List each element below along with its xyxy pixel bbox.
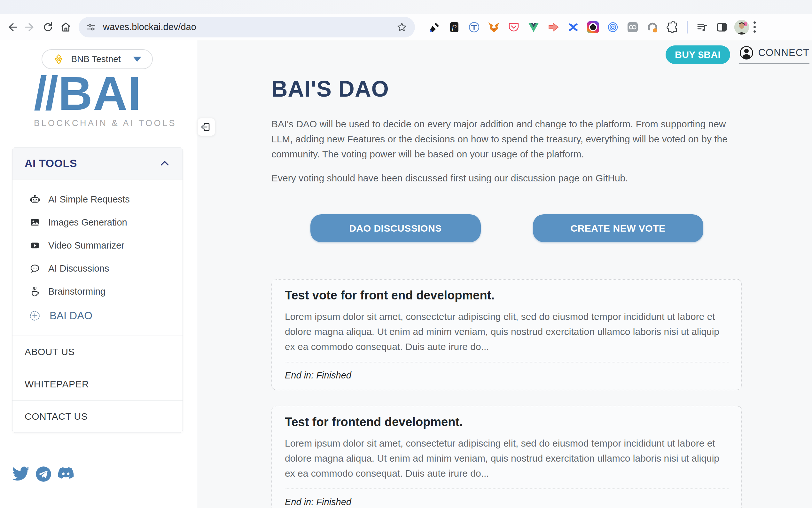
intro-paragraph-2: Every voting should have been discussed … xyxy=(272,170,739,185)
sidebar: BNB Testnet //BAI BLOCKCHAIN & AI TOOLS … xyxy=(0,40,197,508)
image-icon xyxy=(29,217,41,228)
vote-end-status: End in: Finished xyxy=(285,370,728,381)
nav-group-label: AI TOOLS xyxy=(25,157,159,170)
chevron-up-icon xyxy=(159,158,171,169)
vote-excerpt: Lorem ipsum dolor sit amet, consectetur … xyxy=(285,309,729,354)
vue-extension-icon[interactable] xyxy=(524,18,543,36)
sidebar-item-label: Video Summarizer xyxy=(48,240,124,251)
sidebar-item-video-summarizer[interactable]: Video Summarizer xyxy=(12,234,183,257)
circle-badge-extension-icon[interactable] xyxy=(464,18,484,36)
playlist-note-icon[interactable] xyxy=(692,18,712,36)
blue-rings-extension-icon[interactable] xyxy=(603,18,623,36)
vote-card[interactable]: Test vote for front end development. Lor… xyxy=(272,279,742,390)
swirl-orange-extension-icon[interactable] xyxy=(642,18,662,36)
nav-items: AI Simple Requests Images Generation Vid… xyxy=(12,179,183,336)
sidebar-collapse-button[interactable] xyxy=(198,118,215,136)
network-label: BNB Testnet xyxy=(71,54,121,64)
bnb-diamond-icon xyxy=(53,53,64,65)
network-selector[interactable]: BNB Testnet xyxy=(42,49,153,69)
sidebar-item-contact-us[interactable]: CONTACT US xyxy=(12,400,183,432)
back-arrow-icon xyxy=(6,21,18,33)
sidebar-item-about-us[interactable]: ABOUT US xyxy=(12,336,183,368)
twitter-icon[interactable] xyxy=(11,466,30,482)
card-divider xyxy=(285,362,728,363)
sidebar-item-label: AI Simple Requests xyxy=(48,194,130,205)
logo-slashes: // xyxy=(34,67,56,120)
reload-icon xyxy=(42,21,54,33)
collapse-arrow-icon xyxy=(200,121,212,133)
social-links xyxy=(11,466,75,482)
chain-link-extension-icon[interactable] xyxy=(623,18,642,36)
home-button[interactable] xyxy=(57,18,75,36)
page-title: BAI'S DAO xyxy=(272,76,741,102)
sidebar-item-ai-simple-requests[interactable]: AI Simple Requests xyxy=(12,188,183,211)
sidebar-item-images-generation[interactable]: Images Generation xyxy=(12,211,183,234)
browser-toolbar: waves.blockai.dev/dao f? xyxy=(0,14,812,40)
discord-icon[interactable] xyxy=(57,466,75,482)
extensions-row: f? xyxy=(425,18,760,36)
url-text[interactable]: waves.blockai.dev/dao xyxy=(103,22,396,32)
home-icon xyxy=(60,21,72,33)
intro-paragraph-1: BAI's DAO will be used to decide on ever… xyxy=(272,117,739,162)
profile-avatar[interactable] xyxy=(732,18,752,36)
tab-strip xyxy=(0,0,812,14)
coffee-cup-icon xyxy=(29,286,41,297)
sidebar-item-ai-discussions[interactable]: AI Discussions xyxy=(12,257,183,280)
card-divider xyxy=(285,489,728,489)
blue-cross-extension-icon[interactable] xyxy=(563,18,583,36)
sidebar-nav: AI TOOLS AI Simple Requests Ima xyxy=(12,147,183,433)
pocket-shield-extension-icon[interactable] xyxy=(504,18,524,36)
account-topbar: BUY $BAI CONNECT xyxy=(666,45,809,64)
buy-bai-button[interactable]: BUY $BAI xyxy=(666,45,730,64)
sidebar-item-brainstorming[interactable]: Brainstorming xyxy=(12,280,183,303)
telegram-icon[interactable] xyxy=(35,466,52,482)
url-bar[interactable]: waves.blockai.dev/dao xyxy=(79,17,415,37)
dao-actions: DAO DISCUSSIONS CREATE NEW VOTE xyxy=(272,214,742,242)
reload-button[interactable] xyxy=(39,18,57,36)
vote-excerpt: Lorem ipsum dolor sit amet, consectetur … xyxy=(285,436,729,481)
sidebar-item-whitepaper[interactable]: WHITEPAPER xyxy=(12,368,183,400)
connect-label: CONNECT xyxy=(758,47,809,58)
redirect-arrow-extension-icon[interactable] xyxy=(543,18,563,36)
create-new-vote-button[interactable]: CREATE NEW VOTE xyxy=(533,214,703,242)
camera-gradient-extension-icon[interactable] xyxy=(583,18,603,36)
sidebar-item-label: AI Discussions xyxy=(48,263,109,274)
logo-subtitle: BLOCKCHAIN & AI TOOLS xyxy=(34,118,168,128)
vote-end-status: End in: Finished xyxy=(285,497,728,507)
sidebar-link-label: ABOUT US xyxy=(25,346,75,357)
logo-name: BAI xyxy=(58,67,142,120)
site-settings-icon[interactable] xyxy=(86,23,96,32)
video-play-icon xyxy=(29,240,41,251)
font-query-extension-icon[interactable]: f? xyxy=(444,18,464,36)
nav-group-ai-tools[interactable]: AI TOOLS xyxy=(12,147,183,179)
plus-circle-dashed-icon xyxy=(29,310,41,322)
main-content: BUY $BAI CONNECT BAI'S DAO BAI's DAO wil… xyxy=(197,40,812,508)
back-button[interactable] xyxy=(3,18,21,36)
extensions-puzzle-icon[interactable] xyxy=(662,18,682,36)
sidebar-link-label: CONTACT US xyxy=(25,411,88,422)
brand-logo[interactable]: //BAI BLOCKCHAIN & AI TOOLS xyxy=(34,70,168,128)
side-panel-icon[interactable] xyxy=(712,18,732,36)
app-shell: BNB Testnet //BAI BLOCKCHAIN & AI TOOLS … xyxy=(0,40,812,508)
vote-title: Test vote for front end development. xyxy=(285,288,728,303)
sidebar-item-label: BAI DAO xyxy=(50,310,92,322)
forward-button[interactable] xyxy=(21,18,39,36)
metamask-fox-extension-icon[interactable] xyxy=(484,18,504,36)
browser-menu-dots-icon[interactable] xyxy=(752,18,760,36)
vote-card[interactable]: Test for frontend development. Lorem ips… xyxy=(272,406,742,508)
svg-text:f?: f? xyxy=(452,24,457,31)
browser-window: waves.blockai.dev/dao f? xyxy=(0,0,812,508)
sidebar-item-bai-dao[interactable]: BAI DAO xyxy=(12,303,183,329)
bookmark-star-icon[interactable] xyxy=(396,22,407,33)
dao-page: BAI'S DAO BAI's DAO will be used to deci… xyxy=(197,40,741,508)
dao-discussions-button[interactable]: DAO DISCUSSIONS xyxy=(311,214,481,242)
eyedropper-extension-icon[interactable] xyxy=(425,18,444,36)
speech-bubble-icon xyxy=(29,263,41,274)
forward-arrow-icon xyxy=(24,21,36,33)
robot-icon xyxy=(29,194,41,205)
toolbar-separator xyxy=(687,21,688,34)
sidebar-item-label: Images Generation xyxy=(48,217,127,228)
vote-title: Test for frontend development. xyxy=(285,415,728,429)
chevron-down-icon xyxy=(133,57,141,62)
connect-button[interactable]: CONNECT xyxy=(739,45,809,64)
